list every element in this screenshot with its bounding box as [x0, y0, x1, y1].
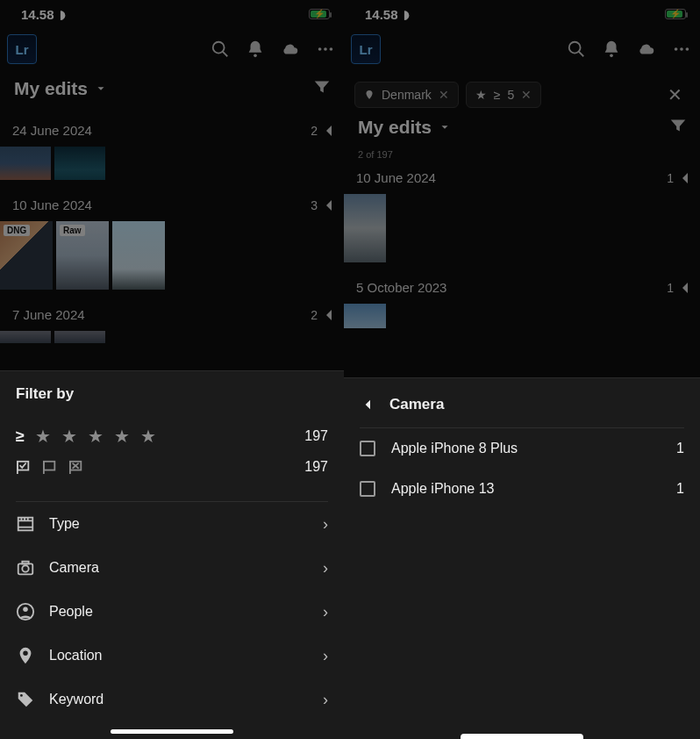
date-group-header[interactable]: 10 June 2024 1 [344, 167, 700, 192]
filter-type-row[interactable]: Type › [16, 502, 328, 546]
notifications-icon[interactable] [602, 39, 621, 59]
star-icon[interactable]: ★ [140, 426, 156, 447]
thumbnail[interactable] [54, 331, 105, 343]
lightroom-logo[interactable]: Lr [351, 34, 381, 64]
status-time: 14.58 [21, 7, 54, 22]
date-group-header[interactable]: 10 June 2024 3 [0, 183, 344, 219]
thumbnail[interactable]: Raw [56, 221, 109, 290]
date-group-header[interactable]: 24 June 2024 2 [0, 109, 344, 145]
svg-line-35 [579, 52, 584, 57]
filter-flag-row[interactable]: 197 [16, 459, 328, 487]
rating-chip[interactable]: ★ ≥ 5 ✕ [466, 82, 541, 108]
thumbnail[interactable] [54, 147, 105, 180]
svg-point-7 [318, 47, 322, 51]
rating-chip-op: ≥ [494, 88, 501, 102]
done-button[interactable] [461, 734, 583, 739]
camera-option-row[interactable]: Apple iPhone 13 1 [360, 469, 684, 509]
filter-keyword-row[interactable]: Keyword › [16, 678, 328, 721]
active-filter-chips: Denmark ✕ ★ ≥ 5 ✕ ✕ [344, 74, 700, 116]
back-button[interactable] [360, 398, 377, 412]
notifications-icon[interactable] [246, 39, 265, 59]
svg-point-28 [23, 607, 28, 613]
more-icon[interactable] [316, 39, 335, 59]
date-group-count: 2 [311, 308, 318, 322]
thumbnail-row: DNG Raw [0, 219, 344, 293]
filter-icon[interactable] [668, 116, 688, 139]
thumbnail[interactable] [0, 147, 51, 180]
thumbnail[interactable] [344, 304, 386, 328]
date-group-label: 5 October 2023 [356, 280, 446, 295]
filter-camera-row[interactable]: Camera › [16, 546, 328, 590]
location-chip-label: Denmark [382, 88, 432, 102]
chevron-right-icon: › [323, 691, 328, 709]
library-title-button[interactable]: My edits [14, 78, 107, 99]
screenshot-right: 14.58 ◗ ⚡ Lr [344, 0, 700, 739]
svg-point-38 [680, 47, 683, 51]
location-chip[interactable]: Denmark ✕ [354, 82, 459, 108]
thumbnail[interactable] [344, 194, 386, 262]
date-group-label: 7 June 2024 [12, 307, 85, 322]
svg-rect-12 [44, 462, 54, 470]
star-icon[interactable]: ★ [61, 426, 77, 447]
cloud-icon[interactable] [637, 39, 656, 59]
filter-location-row[interactable]: Location › [16, 634, 328, 678]
library-title-row: My edits [0, 74, 344, 109]
thumbnail-row [0, 329, 344, 347]
sheet-header: Camera [360, 396, 684, 413]
date-group-label: 10 June 2024 [356, 170, 436, 185]
svg-point-8 [324, 47, 327, 51]
chip-remove-icon[interactable]: ✕ [521, 88, 532, 102]
rating-count: 197 [304, 428, 328, 444]
chevron-left-icon [325, 310, 333, 320]
sheet-title-label: Camera [389, 396, 444, 413]
checkbox[interactable] [360, 441, 375, 456]
home-indicator[interactable] [111, 729, 233, 734]
date-group-count: 2 [311, 124, 318, 138]
thumbnail[interactable] [112, 221, 165, 290]
filter-icon[interactable] [312, 77, 332, 100]
tag-icon [16, 690, 35, 709]
library-title-button[interactable]: My edits [358, 117, 451, 138]
rating-chip-value: 5 [507, 88, 514, 102]
chevron-down-icon [95, 83, 107, 95]
date-group-header[interactable]: 7 June 2024 2 [0, 293, 344, 329]
flag-rejected-icon[interactable] [68, 460, 84, 474]
date-group-header[interactable]: 5 October 2023 1 [344, 266, 700, 302]
filter-sheet: Filter by ≥ ★ ★ ★ ★ ★ 197 197 [0, 370, 344, 739]
clear-filters-icon[interactable]: ✕ [661, 81, 689, 109]
chevron-right-icon: › [323, 647, 328, 665]
screenshot-left: 14.58 ◗ ⚡ Lr [0, 0, 344, 739]
svg-line-5 [223, 52, 228, 57]
battery-charging-icon: ⚡ [309, 9, 330, 19]
thumbnail[interactable]: DNG [0, 221, 53, 290]
cloud-icon[interactable] [281, 39, 300, 59]
star-icon[interactable]: ★ [35, 426, 51, 447]
flag-picked-icon[interactable] [16, 460, 32, 474]
status-bar: 14.58 ◗ ⚡ [344, 0, 700, 25]
svg-point-37 [675, 47, 678, 51]
battery-charging-icon: ⚡ [665, 9, 686, 19]
app-header: Lr [0, 25, 344, 74]
svg-point-25 [22, 565, 28, 571]
filter-people-row[interactable]: People › [16, 590, 328, 634]
dng-badge: DNG [4, 225, 30, 236]
search-icon[interactable] [567, 39, 586, 59]
chevron-left-icon [681, 283, 689, 293]
checkbox[interactable] [360, 481, 375, 497]
filter-camera-label: Camera [49, 560, 99, 576]
chip-remove-icon[interactable]: ✕ [439, 88, 449, 102]
thumbnail[interactable] [0, 331, 51, 343]
search-icon[interactable] [211, 39, 230, 59]
camera-icon [16, 558, 35, 578]
lightroom-logo[interactable]: Lr [7, 34, 37, 64]
filter-rating-row[interactable]: ≥ ★ ★ ★ ★ ★ 197 [16, 413, 328, 459]
flag-unflagged-icon[interactable] [42, 460, 58, 474]
star-icon[interactable]: ★ [88, 426, 104, 447]
star-icon[interactable]: ★ [114, 426, 130, 447]
do-not-disturb-icon: ◗ [60, 8, 66, 21]
sheet-title: Filter by [16, 385, 328, 403]
camera-option-count: 1 [676, 481, 684, 497]
date-group-label: 24 June 2024 [12, 123, 92, 138]
camera-option-row[interactable]: Apple iPhone 8 Plus 1 [360, 428, 684, 469]
more-icon[interactable] [672, 39, 691, 59]
